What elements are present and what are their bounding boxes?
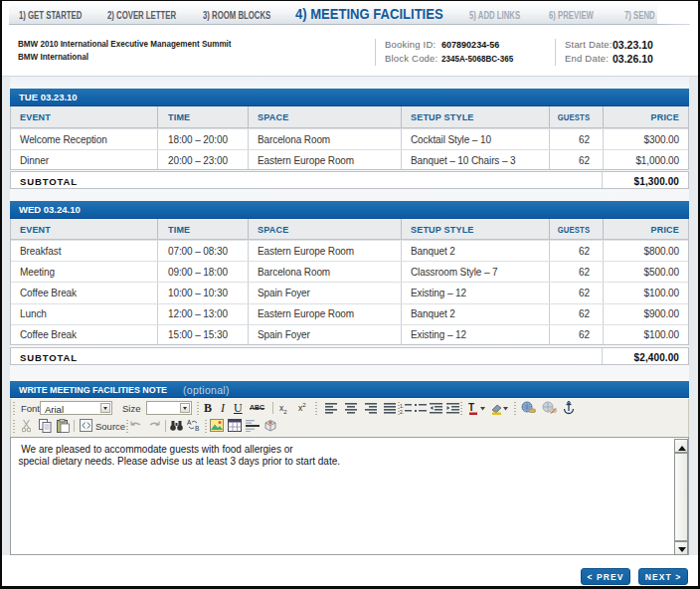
svg-text:A: A xyxy=(187,419,192,426)
svg-text:T: T xyxy=(468,402,474,413)
svg-text:B: B xyxy=(195,425,199,432)
svg-text:2.: 2. xyxy=(400,409,404,415)
